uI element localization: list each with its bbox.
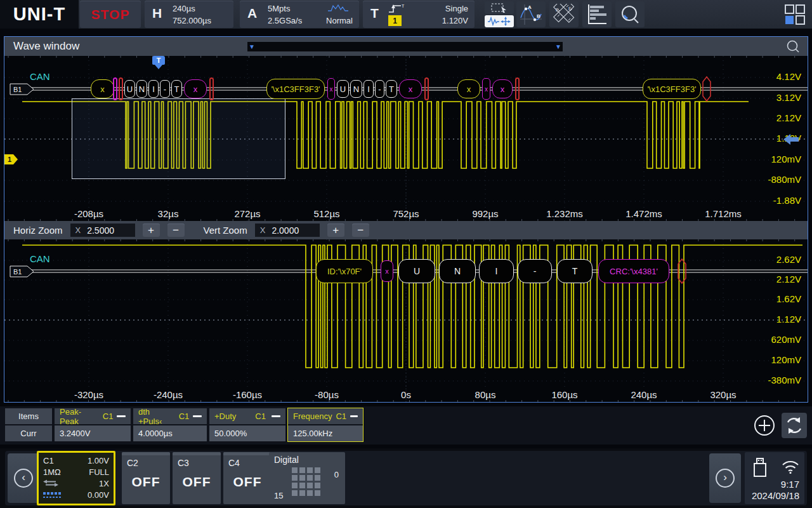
run-stop-button[interactable]: STOP [80,1,141,28]
coupling-icon [43,479,58,487]
svg-text:A: A [528,4,532,10]
trigger-level-value: 1.120V [442,15,468,27]
measurement-bar: Items Curr Peak-PeakC1 3.2400V dth +Puls… [0,406,812,444]
acquire-menu-button[interactable]: A 5Mpts 2.5GSa/s Normal [240,1,359,28]
horiz-zoom-plus-button[interactable]: + [143,224,160,237]
horizontal-position-value: 752.000µs [173,15,211,27]
vert-zoom-plus-button[interactable]: + [327,224,344,237]
channel1-level-marker[interactable]: 1 [4,154,18,165]
wave-window-title: Wave window [13,40,79,53]
wave-window: Wave window ▼ ▼ xUNI-Tx'\x1C3FF3F3'xUNI-… [4,36,808,403]
trigger-key: T [370,6,379,21]
digital-channels-tile[interactable]: Digital 0 15 [269,452,345,504]
ab-curve-icon: A B [520,4,542,25]
oscilloscope-screen: UNI-T STOP H 240µs 752.000µs A 5Mpts 2.5… [0,0,812,508]
svg-text:B1: B1 [13,268,22,276]
window-layout-icon [784,4,806,25]
stat-line-icon [350,415,358,417]
measure-curr-button[interactable]: Curr [5,425,52,441]
vert-zoom-x: X [260,225,266,235]
digital-low-index: 15 [274,491,283,500]
chevron-right-icon: › [716,469,735,488]
zoom-out-icon[interactable] [786,39,800,53]
measure-cell-peak-peak[interactable]: Peak-PeakC1 3.2400V [55,408,131,441]
horiz-zoom-minus-button[interactable]: − [167,224,185,237]
scroll-left-button[interactable]: ‹ [8,453,39,503]
bus-protocol-label-zoom: CAN [30,253,50,264]
digital-high-index: 0 [334,470,339,479]
trigger-source-badge: 1 [388,15,402,26]
measure-cell-pulse-width[interactable]: dth +Puls‹C1 4.0000µs [133,408,207,441]
channel1-tile[interactable]: C11.00V 1MΩFULL 1X 0.00V [37,451,115,505]
horiz-zoom-label: Horiz Zoom [13,225,63,236]
bus1-tag[interactable]: B1 [10,83,35,95]
horiz-zoom-x: X [75,225,81,235]
digital-filter-icon [43,491,61,498]
window-layout-button[interactable] [784,4,806,25]
digital-grid-icon [292,467,320,496]
stat-line-icon [193,415,202,417]
channel2-tile[interactable]: C2 OFF [122,452,170,504]
refresh-measure-button[interactable] [782,413,807,438]
horizontal-menu-button[interactable]: H 240µs 752.000µs [145,1,233,28]
zoom-control-bar: Horiz Zoom X 2.5000 + − Vert Zoom X 2.00… [4,221,808,239]
trigger-edge-icon: T [388,3,405,14]
trigger-menu-button[interactable]: T T 1 Single 1.120V [363,1,475,28]
channel2-state: OFF [122,474,170,490]
stat-line-icon [272,415,280,417]
svg-text:B: B [537,13,540,19]
scroll-right-button[interactable]: › [709,453,741,503]
trigger-position-marker[interactable]: T [152,56,165,65]
zoomed-waveform-plot[interactable]: ID:'\x70F'xUNI-TCRC:'\x4381' 2.62V2.12V1… [4,239,808,402]
system-status-panel[interactable]: 9:17 2024/09/18 [745,452,804,504]
wave-move-icon [487,17,511,26]
wave-move-tool-button[interactable] [485,15,514,27]
channel3-state: OFF [173,474,221,490]
zoom-selection-box[interactable] [72,98,285,179]
svg-text:E: E [568,6,572,11]
vert-zoom-value-box[interactable]: X 2.0000 [255,224,320,237]
horiz-zoom-value-box[interactable]: X 2.5000 [70,224,135,237]
bus1-tag-zoom[interactable]: B1 [10,265,35,277]
vert-zoom-label: Vert Zoom [204,225,247,236]
horiz-zoom-value: 2.5000 [87,225,114,236]
rulers-icon: EE [553,4,575,25]
system-date: 2024/09/18 [752,490,799,501]
sample-rate-value: 2.5GSa/s [268,15,302,27]
measure-cell-frequency[interactable]: FrequencyC1 125.00kHz [288,408,363,441]
trigger-mode-value: Single [445,3,468,15]
acquire-key: A [247,6,257,21]
main-waveform-plot[interactable]: xUNI-Tx'\x1C3FF3F3'xUNI-Txxxx'\x1C3FF3F3… [4,56,808,221]
vert-zoom-minus-button[interactable]: − [352,224,369,237]
brand-logo: UNI-T [0,0,79,29]
measure-items-button[interactable]: Items [5,408,52,424]
svg-text:T: T [402,4,405,8]
bus-protocol-label: CAN [30,71,50,82]
measure-cell-duty[interactable]: +DutyC1 50.000% [209,408,285,441]
ab-cursor-button[interactable]: A B [516,1,546,27]
channel4-state: OFF [223,474,272,490]
add-measure-button[interactable] [754,415,775,436]
run-state-label: STOP [91,7,130,22]
channel-bar: ‹ C11.00V 1MΩFULL 1X 0.00V C2 OFF C3 OFF [0,448,812,508]
stat-line-icon [117,415,126,417]
brand-logo-text: UNI-T [13,4,65,25]
wifi-icon [782,460,799,474]
timebase-value: 240µs [173,3,195,15]
refresh-icon [782,413,807,438]
channel3-tile[interactable]: C3 OFF [173,452,221,504]
acquire-waveform-icon [327,4,349,13]
histogram-button[interactable] [582,1,612,27]
measure-rulers-button[interactable]: EE [549,1,579,27]
cursor-select-tool-button[interactable] [485,1,514,14]
wave-window-titlebar[interactable]: Wave window ▼ ▼ [4,37,808,56]
search-button[interactable] [615,1,645,27]
dropdown-right-arrow-icon: ▼ [555,44,561,50]
trigger-level-arrow[interactable] [783,134,799,145]
wave-window-dropdown[interactable]: ▼ ▼ [247,42,563,51]
histogram-icon [586,4,608,25]
horizontal-key: H [152,6,162,21]
dropdown-left-arrow-icon: ▼ [249,44,255,50]
channel4-tile[interactable]: C4 OFF [223,452,272,504]
usb-device-icon [752,457,769,478]
